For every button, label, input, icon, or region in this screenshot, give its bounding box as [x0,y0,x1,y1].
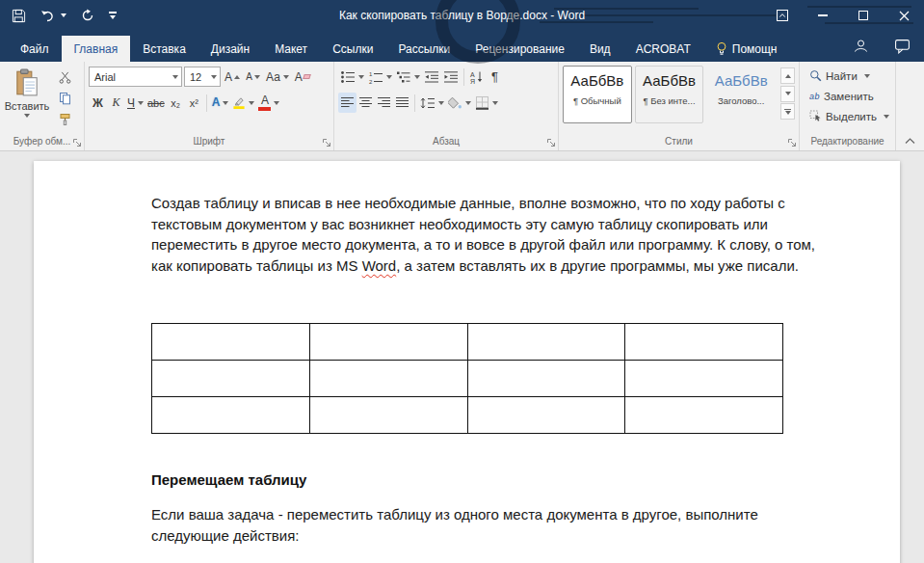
document-page[interactable]: Создав таблицу и вписав в нее необходимы… [34,161,900,563]
format-painter-button[interactable] [54,110,75,129]
chevron-down-icon [61,13,66,17]
shrink-font-button[interactable]: А [244,67,262,87]
tab-acrobat[interactable]: ACROBAT [623,36,703,62]
superscript-button[interactable]: x² [185,93,203,113]
redo-icon [81,9,94,22]
shading-button[interactable] [446,93,473,113]
decrease-indent-icon [424,70,439,84]
show-paragraph-marks-button[interactable]: ¶ [486,67,504,87]
eraser-icon [303,74,311,79]
paragraph-2[interactable]: Если ваша задача - переместить таблицу и… [151,504,820,546]
multilevel-list-button[interactable] [394,67,422,87]
comment-icon[interactable] [894,39,911,54]
align-center-button[interactable] [356,93,375,113]
justify-button[interactable] [393,93,411,113]
paragraph-1[interactable]: Создав таблицу и вписав в нее необходимы… [151,193,820,276]
tab-layout[interactable]: Макет [262,36,320,62]
sign-in-icon[interactable] [853,39,869,54]
save-button[interactable] [12,9,26,23]
tab-insert[interactable]: Вставка [130,36,198,62]
chevron-down-icon [211,75,217,79]
document-heading[interactable]: Перемещаем таблицу [151,471,306,488]
clear-formatting-button[interactable]: А [293,67,312,87]
tab-references[interactable]: Ссылки [320,36,385,62]
font-name-combo[interactable]: Arial [89,67,182,87]
paste-button[interactable]: Вставить [4,66,50,129]
window-controls [762,0,924,31]
table-cell[interactable] [152,397,310,434]
increase-indent-icon [443,70,459,84]
copy-button[interactable] [54,89,75,108]
styles-scroll-down-button[interactable] [780,86,795,102]
borders-button[interactable] [473,93,500,113]
table-cell[interactable] [309,324,467,361]
line-spacing-button[interactable] [418,93,446,113]
grow-font-button[interactable]: А [223,67,242,87]
sort-button[interactable]: АЯ [467,67,486,87]
clipboard-dialog-launcher[interactable] [72,138,82,147]
table-cell[interactable] [625,361,783,397]
styles-gallery-more-button[interactable] [780,103,795,120]
align-right-button[interactable] [375,93,393,113]
paragraph-dialog-launcher[interactable] [546,138,556,147]
styles-scroll-up-button[interactable] [780,67,795,84]
font-dialog-launcher[interactable] [322,138,331,147]
collapse-ribbon-button[interactable] [905,138,915,145]
change-case-button[interactable]: Аа [264,67,291,87]
styles-dialog-launcher[interactable] [787,138,797,147]
chevron-down-icon [438,101,444,105]
style-heading1[interactable]: АаБбВв Заголово... [706,66,776,123]
highlight-color-button[interactable] [230,93,256,113]
style-normal[interactable]: АаБбВв ¶ Обычный [563,66,632,123]
table-cell[interactable] [152,324,310,361]
tab-mailings[interactable]: Рассылки [385,36,462,62]
tab-tell-me[interactable]: Помощн [703,36,790,62]
font-color-button[interactable]: А [256,93,281,113]
chevron-down-icon [274,101,279,105]
align-left-button[interactable] [338,93,356,113]
tab-home[interactable]: Главная [62,36,131,62]
close-button[interactable] [884,0,924,31]
undo-button[interactable] [40,9,66,22]
table-cell[interactable] [309,361,467,397]
numbering-button[interactable]: 12 [366,67,394,87]
table-cell[interactable] [625,397,783,434]
highlighter-icon [232,95,246,110]
table-cell[interactable] [467,361,625,397]
table-cell[interactable] [467,324,625,361]
bullets-button[interactable] [338,67,366,87]
redo-button[interactable] [81,9,94,22]
table-cell[interactable] [309,397,467,434]
maximize-button[interactable] [843,0,884,31]
minimize-button[interactable] [803,0,843,31]
tab-design[interactable]: Дизайн [198,36,262,62]
document-area: Создав таблицу и вписав в нее необходимы… [0,152,924,563]
table-cell[interactable] [152,361,310,397]
strikethrough-button[interactable]: abc [145,93,167,113]
tab-file[interactable]: Файл [8,36,62,62]
cut-button[interactable] [54,67,75,87]
style-no-spacing[interactable]: АаБбВв ¶ Без инте... [635,66,704,123]
subscript-button[interactable]: x₂ [167,93,185,113]
ribbon-display-options-button[interactable] [762,0,803,31]
table-cell[interactable] [467,397,625,434]
font-size-combo[interactable]: 12 [184,67,221,87]
tab-review[interactable]: Рецензирование [462,36,577,62]
italic-button[interactable]: К [107,93,125,113]
customize-qat-button[interactable] [109,12,117,19]
bold-button[interactable]: Ж [89,93,107,113]
underline-button[interactable]: Ч [125,93,145,113]
select-button[interactable]: Выделить [805,106,891,126]
style-preview: АаБбВв [643,72,696,89]
text-effects-button[interactable]: А [210,93,231,113]
document-table[interactable] [151,323,783,434]
table-cell[interactable] [625,324,783,361]
increase-indent-button[interactable] [441,67,461,87]
decrease-indent-button[interactable] [422,67,441,87]
lightbulb-icon [716,41,727,56]
find-button[interactable]: Найти [805,66,891,86]
chevron-down-icon [492,101,498,105]
replace-button[interactable]: ab Заменить [805,86,891,106]
borders-icon [475,95,489,110]
tab-view[interactable]: Вид [577,36,623,62]
